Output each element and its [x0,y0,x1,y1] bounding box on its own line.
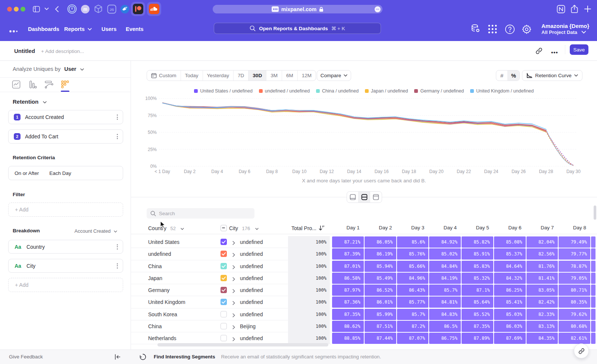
retention-step-1[interactable]: 1 Account Created [8,110,123,124]
retention-value-cell[interactable]: 85.6% [397,236,429,248]
sidebar-toggle-icon[interactable] [33,4,40,14]
retention-value-cell[interactable]: 86.19% [365,248,396,260]
city-column-header[interactable]: City 176 [229,225,259,232]
share-icon[interactable] [571,4,578,14]
row-checkbox-checked[interactable] [221,239,227,245]
vertical-scrollbar[interactable] [594,205,596,220]
legend-item[interactable]: Japan / undefined [365,88,408,94]
report-title[interactable]: Untitled [14,48,35,54]
extension-soundcloud-icon[interactable] [147,2,161,16]
retention-value-cell[interactable]: 83.13% [526,321,558,332]
percent-toggle[interactable]: % [508,70,519,81]
range-3m[interactable]: 3M [266,70,282,81]
nav-dashboards[interactable]: Dashboards [28,26,59,32]
retention-value-cell[interactable]: 86.43% [397,285,429,296]
retention-value-cell[interactable]: 86.25% [494,285,526,296]
day-column-header[interactable]: Day 1 [332,225,360,230]
retention-value-cell[interactable]: 85.94% [365,261,396,272]
notion-icon[interactable] [557,4,565,14]
retention-section-header[interactable]: Retention [13,98,47,105]
row-checkbox-unchecked[interactable] [221,335,227,341]
help-icon[interactable] [505,24,515,34]
data-management-icon[interactable] [470,23,481,34]
expand-row-icon[interactable] [232,288,235,295]
total-column-header[interactable]: Total Pro... [273,225,316,232]
retention-value-cell-clipped[interactable] [591,273,596,284]
city-cell[interactable]: Beijing [240,323,256,329]
tab-funnels[interactable] [27,79,38,90]
range-12m[interactable]: 12M [298,70,316,81]
range-6m[interactable]: 6M [282,70,298,81]
retention-value-cell-clipped[interactable] [591,321,596,332]
breakdown-city[interactable]: Aa City [8,259,123,273]
url-more-icon[interactable]: ⋯ [375,6,381,12]
retention-value-cell[interactable]: 85.64% [462,296,493,308]
retention-value-cell[interactable]: 82.33% [526,309,558,320]
range-today[interactable]: Today [181,70,203,81]
retention-value-cell[interactable]: 80.35% [559,296,590,308]
retention-value-cell[interactable]: 84.35% [526,333,558,344]
day-column-header[interactable]: Day 7 [526,225,554,230]
new-tab-icon[interactable] [584,4,591,14]
table-only-view-toggle[interactable] [370,192,382,203]
nav-reports[interactable]: Reports [64,26,92,32]
copy-link-icon[interactable] [535,47,543,56]
retention-value-cell[interactable]: 85.82% [462,236,493,248]
retention-value-cell-clipped[interactable] [591,309,596,320]
kebab-menu-icon[interactable] [117,134,118,139]
settings-gear-icon[interactable] [522,24,532,34]
retention-value-cell[interactable]: 84.83% [429,309,461,320]
retention-value-cell[interactable]: 85.49% [365,273,396,284]
retention-value-cell[interactable]: 84.32% [494,273,526,284]
city-cell[interactable]: undefined [240,335,263,341]
retention-value-cell[interactable]: 83.05% [526,285,558,296]
retention-value-cell[interactable]: 86.03% [494,321,526,332]
app-menu-dots-icon[interactable] [9,28,18,34]
url-bar[interactable]: mixpanel.com ⋯ [213,5,382,13]
absolute-numbers-toggle[interactable]: # [496,70,508,81]
breakdown-property-label[interactable]: Country [26,244,45,250]
extension-m-avatar[interactable]: m [81,4,90,14]
country-cell[interactable]: South Korea [148,311,177,317]
chevron-down-icon[interactable] [44,4,49,14]
nav-users[interactable]: Users [101,26,116,32]
retention-value-cell[interactable]: 82.04% [526,236,558,248]
retention-value-cell[interactable]: 84.92% [429,236,461,248]
expand-row-icon[interactable] [232,324,235,331]
retention-value-cell[interactable]: 81.76% [526,261,558,272]
chart-only-view-toggle[interactable] [347,192,359,203]
retention-value-cell[interactable]: 87.69% [494,333,526,344]
legend-item[interactable]: undefined / undefined [259,88,310,94]
legend-item[interactable]: United Kingdom / undefined [470,88,534,94]
retention-value-cell[interactable]: 87.1% [462,285,493,296]
retention-value-cell[interactable]: 85.7% [397,309,429,320]
expand-row-icon[interactable] [232,276,235,283]
chart-type-dropdown[interactable]: Retention Curve [522,70,582,81]
row-checkbox-checked[interactable] [221,251,227,257]
retention-value-cell[interactable]: 78.87% [559,261,590,272]
retention-criteria-box[interactable]: On or After Each Day [8,166,123,180]
give-feedback-link[interactable]: Give Feedback [9,354,43,360]
city-cell[interactable]: undefined [240,263,263,269]
retention-value-cell[interactable]: 84.81% [429,296,461,308]
city-cell[interactable]: undefined [240,239,263,245]
add-breakdown-button[interactable]: + Add [8,278,123,292]
retention-value-cell[interactable]: 85.41% [494,296,526,308]
tab-flows[interactable] [43,79,54,90]
apps-grid-icon[interactable] [488,24,497,34]
analyze-uniques-row[interactable]: Analyze Uniques by User [13,66,84,72]
retention-value-cell[interactable]: 86.75% [429,333,461,344]
add-filter-button[interactable]: + Add [8,203,123,217]
extension-js-icon[interactable]: JS [107,4,116,14]
day-column-header[interactable]: Day 3 [397,225,425,230]
expand-row-icon[interactable] [232,240,235,247]
retention-value-cell[interactable]: 87.35% [462,321,493,332]
retention-value-cell[interactable]: 87.51% [365,321,396,332]
row-checkbox-checked[interactable] [221,287,227,293]
retention-value-cell[interactable]: 85.77% [397,296,429,308]
horizontal-scrollbar[interactable] [157,343,328,346]
country-cell[interactable]: Netherlands [148,335,176,341]
country-cell[interactable]: United States [148,239,179,245]
range-yesterday[interactable]: Yesterday [203,70,234,81]
range-custom[interactable]: Custom [147,70,181,81]
